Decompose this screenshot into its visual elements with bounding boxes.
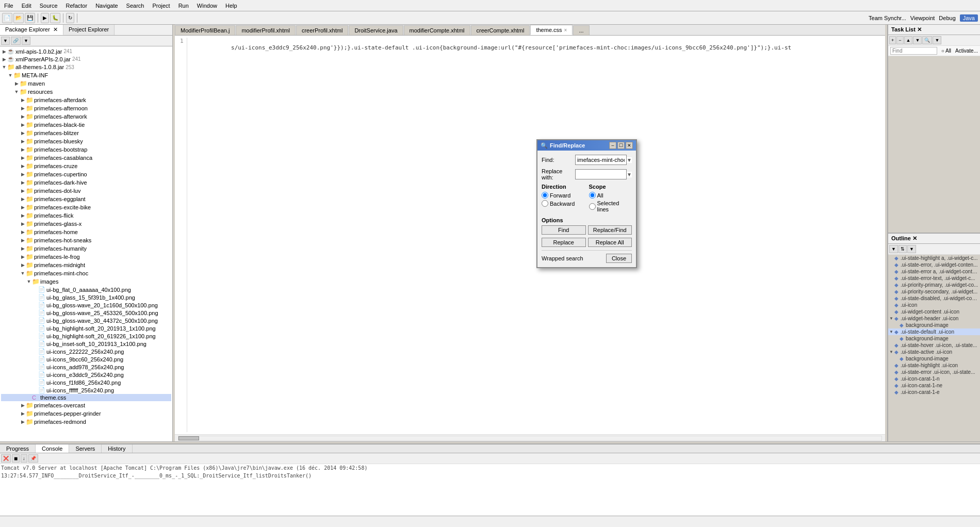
tree-item[interactable]: 📄ui-bg_glass_15_5f391b_1x400.png: [1, 293, 171, 301]
tree-item[interactable]: ▼📁images: [1, 277, 171, 286]
tree-item[interactable]: ▼📁resources: [1, 88, 171, 96]
toolbar-new-btn[interactable]: 📄: [2, 13, 12, 23]
tree-item[interactable]: ▶☕xml-apis-1.0.b2.jar241: [1, 47, 171, 55]
outline-item[interactable]: ◆.ui-icon-carat-1-ne: [888, 382, 980, 389]
tree-item[interactable]: ▶📁primefaces-afterdark: [1, 96, 171, 104]
tree-item[interactable]: ▶📁primefaces-dark-hive: [1, 178, 171, 187]
editor-tab-modifiercompte-xhtml[interactable]: modifierCompte.xhtml: [404, 25, 470, 35]
tree-item[interactable]: 📄ui-icons_add978_256x240.png: [1, 363, 171, 371]
forward-radio[interactable]: [542, 192, 548, 199]
outline-item[interactable]: ◆.ui-state-error-text, .ui-widget-c...: [888, 275, 980, 282]
toolbar-save-btn[interactable]: 💾: [25, 13, 35, 23]
tree-item[interactable]: ▶📁primefaces-pepper-grinder: [1, 409, 171, 418]
tab-history[interactable]: History: [102, 444, 132, 453]
tab-progress[interactable]: Progress: [0, 444, 36, 453]
editor-tab----[interactable]: ...: [573, 25, 589, 35]
all-radio[interactable]: [589, 192, 596, 199]
tree-item[interactable]: ▶📁primefaces-bluesky: [1, 137, 171, 145]
outline-item[interactable]: ◆background-image: [888, 322, 980, 328]
task-del-btn[interactable]: −: [896, 36, 903, 44]
tree-item[interactable]: 📄ui-icons_9bcc60_256x240.png: [1, 355, 171, 363]
outline-item[interactable]: ◆.ui-icon-carat-1-n: [888, 375, 980, 382]
menu-search[interactable]: Search: [124, 2, 146, 9]
console-stop-btn[interactable]: ◼: [12, 454, 20, 463]
tab-servers[interactable]: Servers: [69, 444, 102, 453]
tree-item[interactable]: 📄ui-icons_222222_256x240.png: [1, 348, 171, 355]
task-filter-all[interactable]: ○ All: [941, 48, 951, 54]
close-dialog-btn[interactable]: Close: [606, 254, 632, 263]
editor-tab-creerprofil-xhtml[interactable]: creerProfil.xhtml: [296, 25, 348, 35]
tree-item[interactable]: 📄ui-icons_f1fd86_256x240.png: [1, 378, 171, 386]
outline-item[interactable]: ◆.ui-icon-carat-1-e: [888, 389, 980, 396]
task-down-btn[interactable]: ▼: [913, 36, 922, 44]
task-filter-activate[interactable]: Activate...: [955, 48, 978, 54]
tree-item[interactable]: ▶📁primefaces-blitzer: [1, 129, 171, 137]
outline-item[interactable]: ◆.ui-priority-secondary, .ui-widget...: [888, 288, 980, 295]
tree-item[interactable]: ▶📁primefaces-black-tie: [1, 121, 171, 129]
toolbar-open-btn[interactable]: 📂: [13, 13, 24, 23]
console-clear-btn[interactable]: ❌: [1, 454, 11, 463]
tree-item[interactable]: 📄ui-bg_flat_0_aaaaaa_40x100.png: [1, 286, 171, 293]
menu-navigate[interactable]: Navigate: [93, 2, 120, 9]
task-filter-btn[interactable]: 🔍: [922, 36, 932, 44]
tree-item[interactable]: ▶📁primefaces-glass-x: [1, 220, 171, 228]
tree-item[interactable]: ▶📁primefaces-humanity: [1, 244, 171, 253]
tree-item[interactable]: 📄ui-bg_gloss-wave_20_1c160d_500x100.png: [1, 301, 171, 309]
tab-console[interactable]: Console: [36, 444, 69, 453]
outline-item[interactable]: ◆.ui-state-error .ui-icon, .ui-state...: [888, 369, 980, 375]
replace-input[interactable]: [575, 169, 627, 179]
outline-item[interactable]: ◆.ui-state-hover .ui-icon, .ui-state...: [888, 342, 980, 349]
replace-dropdown-arrow[interactable]: ▼: [627, 172, 632, 177]
tree-item[interactable]: ▶📁primefaces-flick: [1, 211, 171, 220]
outline-item[interactable]: ◆background-image: [888, 355, 980, 362]
menu-project[interactable]: Project: [150, 2, 172, 9]
tree-item[interactable]: ▶📁primefaces-home: [1, 228, 171, 236]
replace-all-btn[interactable]: Replace All: [588, 238, 632, 247]
console-pin-btn[interactable]: 📌: [28, 454, 38, 463]
menu-run[interactable]: Run: [176, 2, 191, 9]
outline-item[interactable]: ◆.ui-state-error a, .ui-widget-conte...: [888, 268, 980, 275]
view-menu-btn[interactable]: ▼: [22, 37, 30, 45]
replace-find-btn[interactable]: Replace/Find: [588, 225, 632, 235]
tree-item[interactable]: 📄ui-bg_highlight-soft_20_619226_1x100.pn…: [1, 332, 171, 340]
editor-tab-droitservice-java[interactable]: DroitService.java: [349, 25, 403, 35]
dialog-minimize-btn[interactable]: –: [609, 142, 616, 149]
menu-window[interactable]: Window: [195, 2, 219, 9]
tree-item[interactable]: ▶📁primefaces-bootstrap: [1, 145, 171, 154]
editor-tab-theme-css[interactable]: theme.css ×: [530, 25, 573, 35]
tree-item[interactable]: ▶📁primefaces-cruze: [1, 162, 171, 170]
toolbar-sync-btn[interactable]: ↻: [66, 13, 74, 23]
task-up-btn[interactable]: ▲: [904, 36, 913, 44]
tree-item[interactable]: ▶📁primefaces-dot-luv: [1, 187, 171, 195]
outline-item[interactable]: ▼◆.ui-state-active .ui-icon: [888, 349, 980, 355]
outline-filter-btn[interactable]: ▼: [907, 245, 916, 253]
console-scroll-btn[interactable]: ↓: [21, 454, 27, 463]
outline-item[interactable]: ▼◆.ui-widget-header .ui-icon: [888, 315, 980, 322]
toolbar-run-btn[interactable]: ▶: [41, 13, 49, 23]
outline-item[interactable]: ◆.ui-state-highlight a, .ui-widget-c...: [888, 255, 980, 261]
tree-item[interactable]: 📄ui-icons_ffffff_256x240.png: [1, 386, 171, 394]
java-label[interactable]: Java: [960, 14, 978, 22]
tree-item[interactable]: 📄ui-bg_gloss-wave_25_453326_500x100.png: [1, 309, 171, 317]
find-input[interactable]: [575, 155, 627, 165]
tree-item[interactable]: ▼📁all-themes-1.0.8.jar253: [1, 63, 171, 71]
tree-item[interactable]: ▶☕xmlParserAPIs-2.0.jar241: [1, 55, 171, 63]
menu-help[interactable]: Help: [223, 2, 239, 9]
outline-item[interactable]: ◆background-image: [888, 335, 980, 342]
outline-item[interactable]: ▼◆.ui-state-default .ui-icon: [888, 328, 980, 335]
tree-item[interactable]: ▶📁primefaces-le-frog: [1, 253, 171, 261]
tree-item[interactable]: ▶📁primefaces-redmond: [1, 418, 171, 426]
find-replace-dialog[interactable]: 🔍 Find/Replace – ☐ ✕ Find: ▼ Replace wit…: [536, 139, 637, 268]
hscroll-thumb[interactable]: [178, 436, 199, 440]
replace-btn[interactable]: Replace: [542, 238, 586, 247]
toolbar-debug-btn[interactable]: 🐛: [50, 13, 60, 23]
editor-hscroll[interactable]: [175, 434, 885, 441]
menu-refactor[interactable]: Refactor: [64, 2, 90, 9]
dialog-close-btn[interactable]: ✕: [626, 142, 633, 149]
tree-item[interactable]: ▶📁primefaces-eggplant: [1, 195, 171, 203]
dialog-restore-btn[interactable]: ☐: [617, 142, 625, 149]
tree-item[interactable]: ▶📁primefaces-afterwork: [1, 112, 171, 121]
tab-package-explorer[interactable]: Package Explorer ✕: [0, 25, 63, 35]
tree-item[interactable]: ▶📁primefaces-midnight: [1, 261, 171, 269]
outline-item[interactable]: ◆.ui-icon: [888, 302, 980, 308]
